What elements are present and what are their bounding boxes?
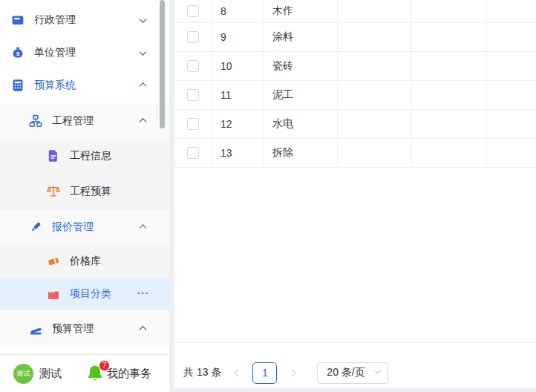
category-name-cell: 瓷砖 <box>264 52 338 80</box>
stapler-icon <box>28 321 43 336</box>
sidebar-item-label: 单位管理 <box>34 46 76 59</box>
chevron-up-icon <box>140 82 147 90</box>
chevron-up-icon <box>140 224 147 232</box>
empty-cell <box>486 23 536 51</box>
user-profile[interactable]: 测试 测试 <box>0 364 62 384</box>
table-row: 8 木作 <box>174 0 536 23</box>
row-checkbox[interactable] <box>187 147 199 159</box>
pagination-bar: 共 13 条 1 20 条/页 <box>183 362 388 384</box>
app-window: 行政管理 $ 单位管理 预算系统 工程管理 <box>0 0 536 392</box>
scale-icon <box>46 184 61 199</box>
row-checkbox[interactable] <box>187 60 199 72</box>
sidebar-item-label: 工程信息 <box>70 149 111 163</box>
sitemap-icon <box>28 114 43 128</box>
category-name-cell: 泥工 <box>264 81 338 109</box>
sidebar-item-label: 工程管理 <box>52 114 94 128</box>
sidebar-item-budget-system[interactable]: 预算系统 <box>0 69 169 102</box>
category-name-cell: 涂料 <box>264 23 338 51</box>
empty-cell <box>486 110 536 138</box>
category-name-cell: 木作 <box>264 0 338 22</box>
factory-icon <box>46 287 61 301</box>
chevron-down-icon <box>140 16 147 23</box>
eraser-icon <box>46 254 61 269</box>
bell-icon: 7 <box>85 364 105 383</box>
sidebar-item-project-management[interactable]: 工程管理 <box>0 103 169 138</box>
sidebar-item-price-library[interactable]: 价格库 <box>0 244 169 278</box>
row-index-cell: 12 <box>212 110 264 138</box>
page-size-select[interactable]: 20 条/页 <box>317 362 388 384</box>
archive-icon <box>10 13 25 27</box>
empty-cell <box>486 0 536 22</box>
empty-cell <box>412 110 486 138</box>
table-row: 9 涂料 <box>174 23 536 52</box>
notification-badge: 7 <box>99 360 110 371</box>
row-index-cell: 13 <box>212 139 264 167</box>
row-index-cell: 10 <box>212 52 264 80</box>
category-name-cell: 水电 <box>264 110 338 138</box>
chevron-up-icon <box>140 118 147 125</box>
row-checkbox[interactable] <box>187 31 199 43</box>
chevron-up-icon <box>140 326 147 333</box>
chevron-left-icon <box>234 369 241 376</box>
sidebar-item-label: 价格库 <box>70 255 101 268</box>
row-checkbox[interactable] <box>187 118 199 130</box>
sidebar-item-quote-management[interactable]: 报价管理 <box>0 209 169 244</box>
empty-cell <box>486 139 536 167</box>
sidebar: 行政管理 $ 单位管理 预算系统 工程管理 <box>0 0 169 392</box>
sidebar-item-admin-management[interactable]: 行政管理 <box>0 4 169 36</box>
empty-cell <box>412 0 486 22</box>
empty-cell <box>486 81 536 109</box>
calculator-icon <box>10 78 25 93</box>
horizontal-scrollbar-track[interactable] <box>174 388 536 392</box>
pen-icon <box>28 220 43 235</box>
sidebar-item-project-budget[interactable]: 工程预算 <box>0 174 169 209</box>
empty-cell <box>412 81 486 109</box>
empty-cell <box>338 139 412 167</box>
next-page-button[interactable] <box>281 362 302 383</box>
sidebar-item-project-info[interactable]: 工程信息 <box>0 138 169 174</box>
sidebar-item-label: 工程预算 <box>70 185 111 198</box>
empty-cell <box>338 110 412 138</box>
empty-cell <box>338 0 412 22</box>
page-1-button[interactable]: 1 <box>252 362 277 384</box>
sidebar-scrollbar-thumb[interactable] <box>160 0 165 128</box>
more-actions-icon[interactable]: ··· <box>137 287 149 298</box>
sidebar-item-unit-management[interactable]: $ 单位管理 <box>0 36 169 69</box>
page-size-label: 20 条/页 <box>327 366 365 379</box>
empty-cell <box>486 52 536 80</box>
sidebar-splitter[interactable] <box>169 0 174 392</box>
svg-text:$: $ <box>16 50 20 57</box>
row-checkbox[interactable] <box>187 89 199 101</box>
table-row: 13 拆除 <box>174 139 536 168</box>
sidebar-item-label: 行政管理 <box>34 13 76 27</box>
row-index-cell: 11 <box>212 81 264 109</box>
sidebar-footer: 测试 测试 7 我的事务 <box>0 354 169 392</box>
user-name: 测试 <box>39 367 62 381</box>
avatar: 测试 <box>13 364 33 384</box>
empty-cell <box>412 23 486 51</box>
empty-cell <box>338 23 412 51</box>
empty-cell <box>338 52 412 80</box>
empty-cell <box>412 139 486 167</box>
sidebar-item-label: 项目分类 <box>70 287 111 301</box>
moneybag-icon: $ <box>10 45 25 60</box>
category-name-cell: 拆除 <box>264 139 338 167</box>
my-tasks-label: 我的事务 <box>107 367 151 381</box>
sidebar-item-project-category[interactable]: 项目分类 ··· <box>0 278 169 310</box>
table-row: 11 泥工 <box>174 81 536 110</box>
sidebar-item-label: 预算系统 <box>34 79 76 92</box>
sidebar-item-budget-management[interactable]: 预算管理 <box>0 310 169 347</box>
row-checkbox[interactable] <box>187 5 199 17</box>
sidebar-item-label: 预算管理 <box>52 322 94 336</box>
table-row: 12 水电 <box>174 110 536 139</box>
category-table: 8 木作 9 涂料 10 瓷砖 <box>174 0 536 168</box>
total-count: 共 13 条 <box>183 366 221 379</box>
document-icon <box>46 148 61 163</box>
pagination-divider <box>174 342 536 343</box>
my-tasks-button[interactable]: 7 我的事务 <box>85 364 151 383</box>
chevron-right-icon <box>288 369 295 376</box>
sidebar-item-label: 报价管理 <box>52 220 94 234</box>
row-index-cell: 9 <box>212 23 264 51</box>
prev-page-button[interactable] <box>227 362 248 383</box>
table-row: 10 瓷砖 <box>174 52 536 81</box>
